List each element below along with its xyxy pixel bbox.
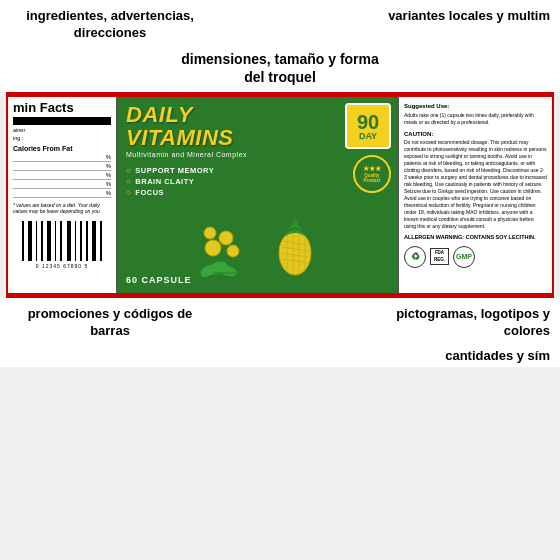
suggested-use-body: Adults take one (1) capsule two times da… [404,112,547,126]
caution-title: CAUTION: [404,130,547,138]
product-info-panel: Suggested Use: Adults take one (1) capsu… [397,97,552,293]
nf-calories: Calories From Fat [13,145,111,152]
quality-stars: ★★★ [363,165,381,173]
barcode [22,221,102,261]
quality-badge: ★★★ QualityProduct [353,155,391,193]
suggested-use-title: Suggested Use: [404,102,547,110]
product-subtitle: Multivitamin and Mineral Complex [126,151,389,158]
plant-illustration [198,193,318,293]
fda-box: FDAREG. [430,248,449,265]
label-container: min Facts ainer ing : Calories From Fat … [6,95,554,295]
allergen-title: ALLERGEN WARNING: [404,234,464,240]
top-annotations: ingredientes, advertencias, direcciones … [0,0,560,46]
day-badge: 90 DAY [345,103,391,149]
svg-point-11 [204,227,216,239]
allergen-body: CONTAINS SOY LECITHIN. [466,234,536,240]
svg-point-0 [279,231,311,275]
annotation-variants: variantes locales y multim [388,8,550,42]
nf-footer: * values are based on a diet. Your daily… [13,202,111,215]
annotation-pictograms: pictogramas, logotipos ycolores [396,306,550,340]
annotation-quantities: cantidades y sím [0,344,560,367]
recycle-icon: ♻ [404,246,426,268]
nf-container: ainer [13,127,111,135]
product-icon: GMP [453,246,475,268]
nf-row-2: % [13,162,111,171]
svg-point-9 [205,240,221,256]
annotation-promotions: promociones y códigos de barras [10,306,210,340]
product-green-panel: 90 DAY ★★★ QualityProduct DAILY VITAMINS… [118,97,397,293]
nf-row-4: % [13,180,111,189]
feature-item-2: BRAIN CLAITY [126,177,389,186]
day-text: DAY [359,132,377,141]
annotation-ingredients: ingredientes, advertencias, direcciones [10,8,210,42]
nf-row-5: % [13,189,111,198]
barcode-number: 0 12345 67890 5 [36,263,89,269]
bottom-annotations: promociones y códigos de barras pictogra… [0,298,560,344]
day-number: 90 [357,112,379,132]
svg-point-12 [227,245,239,257]
nf-row-3: % [13,171,111,180]
allergen-warning: ALLERGEN WARNING: CONTAINS SOY LECITHIN. [404,234,547,242]
nf-row-1: % [13,153,111,162]
nutrition-facts-title: min Facts [13,101,111,125]
nf-serving: ing : [13,135,111,143]
quality-text: QualityProduct [363,173,380,183]
svg-point-10 [219,231,233,245]
capsule-count: 60 CAPSULE [126,275,192,285]
feature-item-1: SUPPORT MEMORY [126,166,389,175]
barcode-area: 0 12345 67890 5 [13,221,111,269]
icons-row: ♻ FDAREG. GMP [404,246,547,268]
caution-body: Do not exceed recommended dosage. This p… [404,139,547,230]
nutrition-facts-panel: min Facts ainer ing : Calories From Fat … [8,97,118,293]
annotation-dimensions: dimensiones, tamaño y formadel troquel [0,46,560,92]
